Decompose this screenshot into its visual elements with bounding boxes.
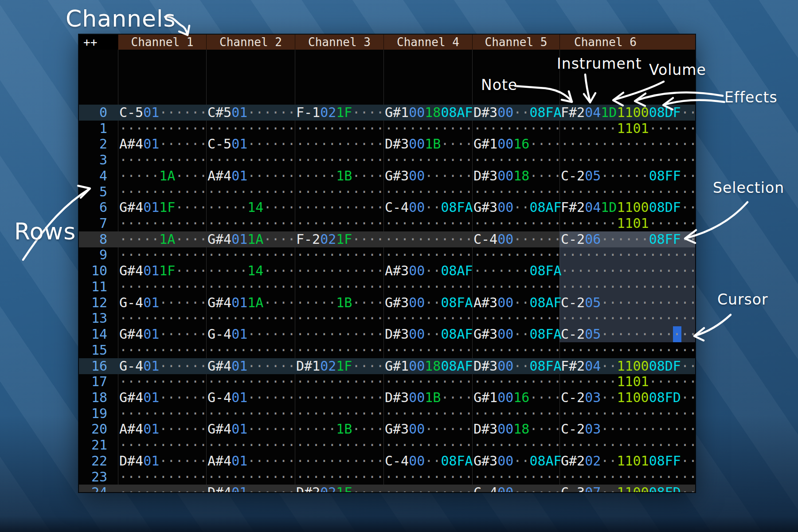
pattern-cell-ch4[interactable]: ···········	[383, 279, 473, 295]
pattern-cell-ch2[interactable]: ·····14····	[206, 200, 296, 215]
pattern-cell-ch1[interactable]: C-501······	[118, 105, 207, 121]
pattern-cell-ch2[interactable]: G#401······	[206, 421, 296, 437]
pattern-cell-ch1[interactable]: ···········	[118, 152, 207, 168]
pattern-cell-ch6[interactable]: ·················	[559, 279, 695, 295]
pattern-cell-ch2[interactable]: D#401······	[206, 485, 296, 492]
pattern-cell-ch3[interactable]: ···········	[295, 152, 384, 168]
pattern-cell-ch1[interactable]: ···········	[118, 279, 207, 295]
pattern-cell-ch4[interactable]: A#300··08AF	[383, 263, 473, 279]
pattern-cell-ch2[interactable]: G#4011A····	[206, 231, 296, 247]
pattern-cell-ch5[interactable]: ···········	[472, 469, 562, 485]
pattern-cell-ch5[interactable]: G#10016····	[472, 136, 562, 152]
pattern-cell-ch3[interactable]: D#2021F····	[295, 485, 384, 492]
pattern-cell-ch4[interactable]: ···········	[383, 406, 473, 422]
pattern-cell-ch2[interactable]: ···········	[206, 152, 296, 168]
pattern-cell-ch3[interactable]: ···········	[295, 342, 384, 358]
pattern-cell-ch5[interactable]: ···········	[472, 374, 562, 390]
pattern-cell-ch1[interactable]: ···········	[118, 342, 207, 358]
pattern-cell-ch2[interactable]: G#401······	[206, 358, 296, 374]
pattern-cell-ch5[interactable]: ···········	[472, 310, 562, 326]
header-corner-button[interactable]: ++	[79, 35, 118, 50]
pattern-cell-ch2[interactable]: ···········	[206, 406, 296, 422]
pattern-cell-ch1[interactable]: G-401······	[118, 358, 207, 374]
pattern-cell-ch6[interactable]: C-205······08FF··	[559, 168, 695, 184]
pattern-cell-ch1[interactable]: G#4011F····	[118, 263, 207, 279]
pattern-cell-ch5[interactable]: D#30018····	[472, 168, 562, 184]
pattern-cell-ch3[interactable]: ···········	[295, 326, 384, 342]
pattern-cell-ch1[interactable]: ···········	[118, 469, 207, 485]
pattern-cell-ch3[interactable]: ···········	[295, 469, 384, 485]
pattern-cell-ch6[interactable]: ·················	[559, 310, 695, 326]
pattern-cell-ch1[interactable]: A#401······	[118, 421, 207, 437]
pattern-cell-ch6[interactable]: C-203············	[559, 421, 695, 437]
pattern-cell-ch5[interactable]: D#300··08FA	[472, 358, 562, 374]
pattern-cell-ch4[interactable]: C-400··08FA	[383, 453, 473, 469]
pattern-cell-ch1[interactable]: ···········	[118, 310, 207, 326]
pattern-cell-ch3[interactable]: ·····1B····	[295, 168, 384, 184]
pattern-cell-ch3[interactable]: ···········	[295, 390, 384, 406]
pattern-cell-ch3[interactable]: ···········	[295, 184, 384, 200]
pattern-cell-ch3[interactable]: ···········	[295, 247, 384, 263]
pattern-cell-ch5[interactable]: ···········	[472, 406, 562, 422]
pattern-cell-ch5[interactable]: ·······08FA	[472, 263, 562, 279]
pattern-cell-ch5[interactable]: D#300··08FA	[472, 105, 562, 121]
pattern-cell-ch2[interactable]: A#401······	[206, 168, 296, 184]
pattern-cell-ch6[interactable]: ·······1101······	[559, 121, 695, 137]
header-channel-2[interactable]: Channel 2	[206, 35, 295, 50]
pattern-cell-ch1[interactable]: ···········	[118, 437, 207, 453]
pattern-cell-ch6[interactable]: ·················	[559, 406, 695, 422]
pattern-cell-ch6[interactable]: ·······1101······	[559, 215, 695, 231]
pattern-cell-ch1[interactable]: ···········	[118, 121, 207, 137]
pattern-cell-ch6[interactable]: C-205············	[559, 326, 695, 342]
pattern-cell-ch2[interactable]: ···········	[206, 310, 296, 326]
pattern-cell-ch6[interactable]: F#2041D110008DF··	[559, 200, 695, 215]
pattern-cell-ch5[interactable]: ···········	[472, 184, 562, 200]
pattern-cell-ch6[interactable]: ·················	[559, 152, 695, 168]
pattern-cell-ch5[interactable]: ···········	[472, 152, 562, 168]
pattern-cell-ch5[interactable]: A#300··08AF	[472, 295, 562, 311]
pattern-cell-ch5[interactable]: ···········	[472, 121, 562, 137]
pattern-cell-ch5[interactable]: G#10016····	[472, 390, 562, 406]
pattern-cell-ch4[interactable]: ···········	[383, 184, 473, 200]
pattern-cell-ch3[interactable]: ···········	[295, 374, 384, 390]
pattern-cell-ch2[interactable]: ···········	[206, 247, 296, 263]
header-channel-3[interactable]: Channel 3	[295, 35, 383, 50]
pattern-cell-ch4[interactable]: ···········	[383, 247, 473, 263]
pattern-cell-ch6[interactable]: ·················	[559, 247, 695, 263]
pattern-cell-ch6[interactable]: ·················	[559, 263, 695, 279]
pattern-cell-ch2[interactable]: ···········	[206, 279, 296, 295]
pattern-cell-ch2[interactable]: ···········	[206, 215, 296, 231]
pattern-cell-ch4[interactable]: D#3001B····	[383, 136, 473, 152]
header-channel-6[interactable]: Channel 6	[559, 35, 695, 50]
pattern-cell-ch1[interactable]: ···········	[118, 247, 207, 263]
pattern-cell-ch2[interactable]: C-501······	[206, 136, 296, 152]
pattern-cell-ch6[interactable]: ·················	[559, 184, 695, 200]
pattern-cell-ch6[interactable]: ·················	[559, 342, 695, 358]
pattern-cell-ch1[interactable]: ···········	[118, 485, 207, 492]
pattern-cell-ch4[interactable]: G#1001808AF	[383, 358, 473, 374]
pattern-cell-ch3[interactable]: F-1021F····	[295, 105, 384, 121]
pattern-cell-ch4[interactable]: G#300······	[383, 168, 473, 184]
pattern-cell-ch6[interactable]: F#204··110008DF··	[559, 358, 695, 374]
pattern-cell-ch2[interactable]: ···········	[206, 342, 296, 358]
pattern-cell-ch5[interactable]: G#300··08FA	[472, 326, 562, 342]
pattern-cell-ch2[interactable]: ···········	[206, 184, 296, 200]
pattern-cell-ch2[interactable]: G-401······	[206, 326, 296, 342]
pattern-cell-ch3[interactable]: D#1021F····	[295, 358, 384, 374]
pattern-cell-ch4[interactable]: G#1001808AF	[383, 105, 473, 121]
pattern-cell-ch3[interactable]: F-2021F····	[295, 231, 384, 247]
pattern-cell-ch6[interactable]: G#202··110108FF··	[559, 453, 695, 469]
pattern-cell-ch1[interactable]: G#401······	[118, 390, 207, 406]
pattern-cell-ch4[interactable]: ···········	[383, 469, 473, 485]
header-channel-5[interactable]: Channel 5	[472, 35, 559, 50]
pattern-cell-ch1[interactable]: ···········	[118, 374, 207, 390]
pattern-cell-ch2[interactable]: C#501······	[206, 105, 296, 121]
pattern-cell-ch6[interactable]: ·················	[559, 437, 695, 453]
pattern-cell-ch5[interactable]: ···········	[472, 215, 562, 231]
pattern-cell-ch6[interactable]: C-206······08FF··	[559, 231, 695, 247]
pattern-cell-ch3[interactable]: ···········	[295, 263, 384, 279]
pattern-cell-ch4[interactable]: D#300··08AF	[383, 326, 473, 342]
pattern-cell-ch2[interactable]: A#401······	[206, 453, 296, 469]
pattern-cell-ch1[interactable]: G#4011F····	[118, 200, 207, 215]
pattern-cell-ch6[interactable]: C-307··110008FD··	[559, 485, 695, 492]
